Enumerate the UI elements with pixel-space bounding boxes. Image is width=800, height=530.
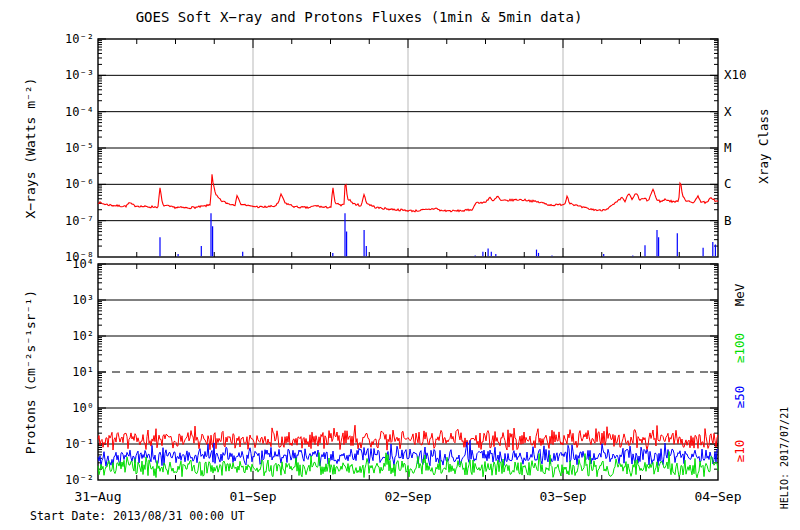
- proton-energy-label: ≥10: [734, 439, 747, 462]
- proton-y-tick-label: 10¹: [72, 366, 94, 378]
- x-tick-label: 02−Sep: [385, 490, 432, 503]
- x-tick-label: 01−Sep: [230, 490, 277, 503]
- xray-y-tick-label: 10⁻⁶: [65, 178, 94, 190]
- proton-y-tick-label: 10⁻²: [65, 474, 94, 486]
- xray-class-label: C: [724, 178, 732, 191]
- x-tick-label: 04−Sep: [695, 490, 742, 503]
- xray-class-axis-title: Xray Class: [758, 108, 771, 183]
- chart-title: GOES Soft X−ray and Protons Fluxes (1min…: [136, 10, 583, 24]
- xray-y-tick-label: 10⁻⁴: [65, 106, 94, 118]
- xray-class-label: M: [724, 142, 732, 155]
- xray-y-axis-title: X−rays (Watts m⁻²): [24, 78, 37, 219]
- xray-y-tick-label: 10⁻⁷: [65, 215, 94, 227]
- proton-energy-label: ≥100: [734, 333, 747, 363]
- xray-class-label: X: [724, 105, 732, 118]
- proton-y-tick-label: 10²: [72, 330, 94, 342]
- start-date-label: Start Date: 2013/08/31 00:00 UT: [30, 511, 245, 523]
- x-tick-label: 31−Aug: [75, 490, 122, 503]
- proton-y-tick-label: 10⁻¹: [65, 438, 94, 450]
- xray-y-tick-label: 10⁻⁵: [65, 142, 94, 154]
- xray-class-label: B: [724, 214, 732, 227]
- xray-class-label: X10: [724, 69, 747, 82]
- proton-y-tick-label: 10⁰: [72, 402, 94, 414]
- proton-energy-label: ≥50: [734, 386, 747, 409]
- proton-y-tick-label: 10⁴: [72, 258, 94, 270]
- xray-y-tick-label: 10⁻²: [65, 33, 94, 45]
- helio-date-stamp: HELIO: 2017/07/21: [780, 407, 790, 509]
- goes-flux-chart: GOES Soft X−ray and Protons Fluxes (1min…: [0, 0, 800, 530]
- xray-y-tick-label: 10⁻³: [65, 69, 94, 81]
- plot-canvas: [0, 0, 800, 530]
- x-tick-label: 03−Sep: [540, 490, 587, 503]
- proton-energy-label: MeV: [734, 283, 747, 306]
- proton-y-tick-label: 10³: [72, 294, 94, 306]
- proton-y-axis-title: Protons (cm⁻²s⁻¹sr⁻¹): [24, 290, 37, 454]
